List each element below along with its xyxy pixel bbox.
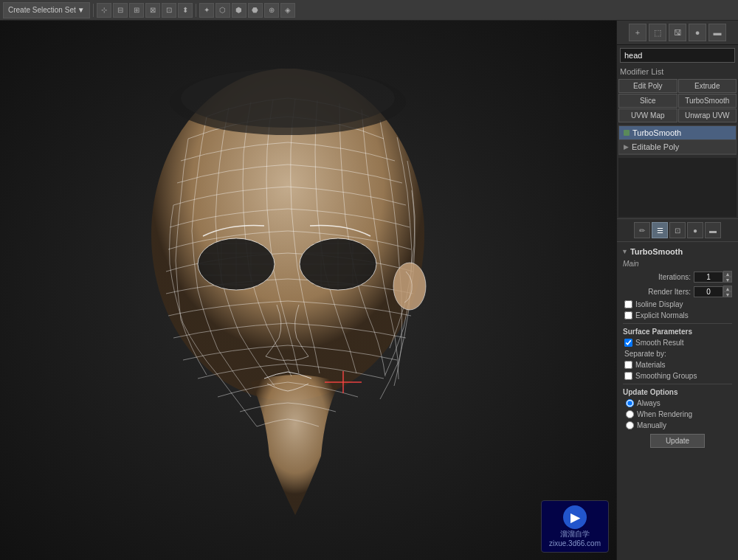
panel-icon-photo[interactable]: ⬚ [649,24,666,41]
toolbar-icon-grid2[interactable]: ⊠ [145,3,160,18]
render-iters-spinner: ▲ ▼ [723,286,732,297]
render-iters-down[interactable]: ▼ [723,291,732,297]
turbosmooth-title: TurboSmooth [630,247,683,256]
svg-point-19 [393,263,426,310]
render-iters-input[interactable] [694,286,723,297]
panel-tabs: ✏ ☰ ⊡ ● ▬ [617,218,738,242]
object-name-input[interactable] [620,48,735,63]
modifier-btn-unwrap[interactable]: Unwrap UVW [678,108,737,122]
iterations-down[interactable]: ▼ [723,277,732,283]
update-options-title: Update Options [620,387,735,398]
collapse-arrow: ▼ [621,248,628,255]
stack-arrow: ▶ [624,143,629,151]
toolbar-icon-more[interactable]: ◈ [280,3,295,18]
toolbar-icon-render2[interactable]: ⬣ [248,3,263,18]
materials-checkbox[interactable] [624,361,632,369]
isoline-checkbox[interactable] [624,300,632,308]
svg-point-23 [181,69,395,128]
smoothing-groups-checkbox[interactable] [624,372,632,380]
toolbar-icon-snap[interactable]: ✦ [199,3,214,18]
toolbar-icon-select[interactable]: ⊹ [97,3,111,18]
stack-label-turbosmooth: TurboSmooth [632,128,681,137]
watermark-icon: ▶ [563,505,587,529]
selection-set-label: Create Selection Set [8,6,76,14]
iterations-up[interactable]: ▲ [723,271,732,277]
panel-tab-circle[interactable]: ● [687,222,703,238]
watermark-line1: 溜溜自学 [560,529,590,539]
toolbar-icon-render1[interactable]: ⬢ [232,3,246,18]
toolbar-icon-move[interactable]: ⊟ [113,3,128,18]
modifier-btn-turbosmooth[interactable]: TurboSmooth [678,94,737,108]
divider-2 [623,384,732,384]
panel-icon-rect[interactable]: ▬ [708,24,726,41]
toolbar-icon-grid[interactable]: ⊞ [129,3,144,18]
turbosmooth-header[interactable]: ▼ TurboSmooth [620,245,735,258]
watermark-line2: zixue.3d66.com [549,539,601,547]
separator-2 [196,4,196,17]
render-iters-up[interactable]: ▲ [723,286,732,291]
panel-tab-rect[interactable]: ▬ [705,222,721,238]
watermark: ▶ 溜溜自学 zixue.3d66.com [541,500,609,553]
right-panel: + ⬚ 🖫 ● ▬ Modifier List Edit Poly Extrud… [616,21,738,560]
smoothing-groups-label: Smoothing Groups [635,372,697,380]
iterations-row: Iterations: ▲ ▼ [620,269,735,284]
smooth-result-row: Smooth Result [620,337,735,348]
main-sub-header: Main [620,258,735,269]
always-row: Always [620,398,735,409]
iterations-spinner: ▲ ▼ [723,271,732,283]
head-mesh-svg [74,43,531,545]
toolbar-icon-material[interactable]: ⬡ [215,3,230,18]
panel-tab-grid[interactable]: ⊡ [669,222,686,238]
iterations-input[interactable] [694,272,723,283]
modifier-btn-slice[interactable]: Slice [618,94,677,108]
separate-by-label: Separate by: [620,348,735,359]
smooth-result-label: Smooth Result [635,339,684,347]
when-rendering-radio[interactable] [626,410,634,418]
update-button[interactable]: Update [650,434,705,448]
panel-tab-list[interactable]: ☰ [652,222,668,238]
modifier-stack: TurboSmooth ▶ Editable Poly [618,125,737,155]
render-iters-row: Render Iters: ▲ ▼ [620,284,735,299]
divider-1 [623,323,732,324]
smooth-result-checkbox[interactable] [624,339,632,347]
explicit-normals-label: Explicit Normals [635,311,689,319]
modifier-btn-editpoly[interactable]: Edit Poly [618,79,677,93]
render-iters-label: Render Iters: [623,288,694,296]
when-rendering-label: When Rendering [637,410,692,418]
explicit-normals-row: Explicit Normals [620,310,735,321]
manually-radio[interactable] [626,421,634,429]
surface-params-title: Surface Parameters [620,326,735,337]
viewport[interactable]: ▶ 溜溜自学 zixue.3d66.com [0,21,616,560]
explicit-normals-checkbox[interactable] [624,311,632,319]
toolbar-icon-render3[interactable]: ⊕ [264,3,279,18]
stack-label-editablepoly: Editable Poly [632,142,679,151]
iterations-label: Iterations: [623,273,694,281]
stack-dot [624,130,630,136]
panel-icon-plus[interactable]: + [629,24,646,41]
manually-row: Manually [620,420,735,431]
stack-filler [618,158,737,217]
selection-set-btn[interactable]: Create Selection Set ▼ [3,2,90,18]
materials-row: Materials [620,359,735,370]
modifier-list-label: Modifier List [617,66,738,77]
toolbar: Create Selection Set ▼ ⊹ ⊟ ⊞ ⊠ ⊡ ⬍ ✦ ⬡ ⬢… [0,0,738,21]
stack-item-turbosmooth[interactable]: TurboSmooth [619,126,736,140]
stack-item-editablepoly[interactable]: ▶ Editable Poly [619,140,736,154]
modifier-btn-extrude[interactable]: Extrude [678,79,737,93]
toolbar-icon-grid3[interactable]: ⊡ [162,3,176,18]
always-label: Always [637,399,661,407]
main-area: ▶ 溜溜自学 zixue.3d66.com + ⬚ 🖫 ● ▬ Modifier… [0,21,738,560]
panel-tab-pencil[interactable]: ✏ [634,222,650,238]
dropdown-arrow: ▼ [77,6,85,14]
always-radio[interactable] [626,399,634,407]
modifier-buttons-grid: Edit Poly Extrude Slice TurboSmooth UVW … [618,79,737,122]
separator-1 [93,4,94,17]
materials-label: Materials [635,361,666,369]
modifier-btn-uvwmap[interactable]: UVW Map [618,108,677,122]
isoline-row: Isoline Display [620,299,735,310]
panel-icon-save[interactable]: 🖫 [669,24,686,41]
panel-icon-circle[interactable]: ● [689,24,706,41]
panel-icons-row: + ⬚ 🖫 ● ▬ [617,21,738,45]
toolbar-icon-align[interactable]: ⬍ [178,3,193,18]
manually-label: Manually [637,421,666,429]
